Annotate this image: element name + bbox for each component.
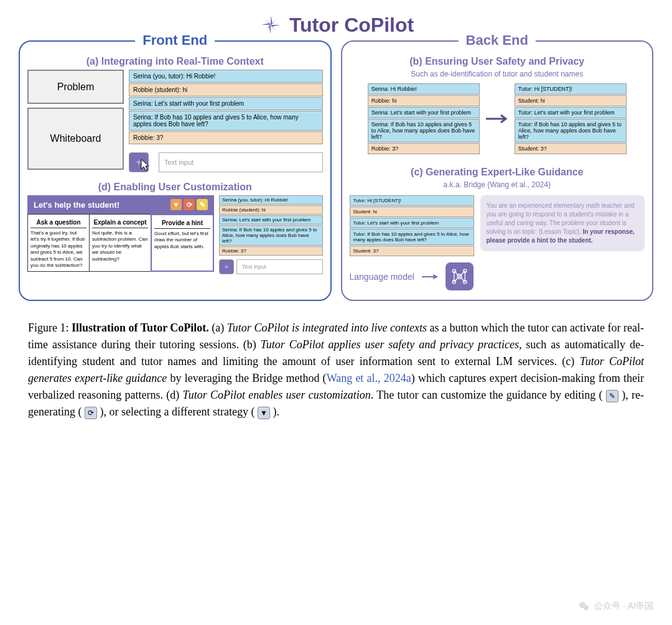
panel-c: Tutor: Hi [STUDENT]! Student: hi Tutor: …: [350, 195, 645, 290]
chat-c: Tutor: Hi [STUDENT]! Student: hi Tutor: …: [350, 195, 474, 256]
title-text: Tutor CoPilot: [289, 14, 414, 37]
chat-msg: Serina: Let's start with your first prob…: [219, 215, 323, 225]
chat-msg: Tutor: Hi [STUDENT]!: [515, 83, 627, 95]
back-end-label: Back End: [459, 32, 536, 49]
chat-msg: Serina: Hi Robbie!: [368, 83, 480, 95]
back-end-section: Back End (b) Ensuring User Safety and Pr…: [341, 40, 654, 301]
helper-col-text: Good effort, but let's first draw the nu…: [154, 231, 210, 250]
chat-deidentified: Tutor: Hi [STUDENT]! Student: hi Tutor: …: [515, 83, 627, 154]
dropdown-icon[interactable]: ▼: [170, 199, 182, 210]
copilot-swirl-icon: [222, 262, 231, 271]
text-input[interactable]: Text input: [159, 152, 323, 172]
helper-header: Let's help the student! ▼ ⟳ ✎: [27, 195, 214, 214]
panel-b: Serina: Hi Robbie! Robbie: hi Serina: Le…: [350, 83, 645, 154]
citation-link[interactable]: Wang et al., 2024a: [327, 372, 411, 384]
chat-msg: Serina (you, tutor): Hi Robbie!: [129, 70, 323, 83]
chat-msg: Student: 3?: [350, 246, 474, 256]
chat-msg: Serina: If Bob has 10 apples and gives 5…: [129, 111, 323, 131]
language-model-icon: [446, 262, 474, 290]
chat-msg: Tutor: If Bob has 10 apples and gives 5 …: [515, 119, 627, 142]
cursor-icon: [139, 158, 156, 175]
arrow-right-icon: [485, 113, 510, 125]
panel-d: Let's help the student! ▼ ⟳ ✎ Ask a ques…: [27, 195, 214, 274]
dropdown-inline-icon: ▼: [258, 407, 270, 419]
helper-col-ask[interactable]: Ask a question That's a good try, but le…: [28, 215, 90, 271]
edit-inline-icon: ✎: [606, 390, 618, 402]
helper-body: Ask a question That's a good try, but le…: [27, 214, 214, 272]
chat-msg: Student: hi: [350, 206, 474, 217]
front-end-label: Front End: [135, 32, 215, 49]
text-input-small[interactable]: Text input: [236, 259, 323, 274]
problem-box: Problem: [27, 70, 124, 104]
chat-msg: Tutor: Let's start with your first probl…: [515, 107, 627, 118]
main-title: Tutor CoPilot: [19, 12, 653, 37]
fig-title: Illustration of Tutor CoPilot.: [72, 322, 209, 334]
fig-label: Figure 1:: [28, 322, 72, 334]
regenerate-icon[interactable]: ⟳: [184, 199, 195, 210]
helper-col-explain[interactable]: Explain a concept Not quite, this is a s…: [90, 215, 151, 271]
helper-col-title: Explain a concept: [92, 217, 148, 228]
chat-msg: Robbie (student): hi: [219, 205, 323, 215]
chat-original: Serina: Hi Robbie! Robbie: hi Serina: Le…: [368, 83, 480, 154]
chat-msg: Tutor: Hi [STUDENT]!: [350, 195, 474, 206]
chat-msg: Serina (you, tutor): Hi Robbie!: [219, 195, 323, 205]
chat-msg: Tutor: Let's start with your first probl…: [350, 218, 474, 228]
chat-msg: Robbie: 3?: [219, 246, 323, 256]
chat-msg: Robbie: hi: [368, 95, 480, 106]
chat-msg: Serina: Let's start with your first prob…: [129, 97, 323, 110]
chat-msg: Serina: If Bob has 10 apples and gives 5…: [219, 225, 323, 246]
chat-msg: Student: hi: [515, 95, 627, 106]
language-model-label: Language model: [350, 272, 414, 282]
regenerate-inline-icon: ⟳: [85, 407, 97, 419]
chat-msg: Serina: If Bob has 10 apples and gives 5…: [368, 119, 480, 142]
copilot-logo-icon: [258, 12, 283, 37]
arrow-small-icon: [421, 274, 439, 280]
helper-col-title: Ask a question: [30, 217, 86, 228]
section-d-title: (d) Enabling User Customization: [27, 182, 323, 193]
edit-icon[interactable]: ✎: [197, 199, 208, 210]
chat-panel-a: Serina (you, tutor): Hi Robbie! Robbie (…: [129, 70, 323, 175]
front-end-section: Front End (a) Integrating into Real-Time…: [19, 40, 332, 301]
figure-caption: Figure 1: Illustration of Tutor CoPilot.…: [19, 320, 653, 420]
chat-msg: Serina: Let's start with your first prob…: [368, 107, 480, 118]
helper-col-text: Not quite, this is a subtraction problem…: [92, 230, 148, 262]
section-a-title: (a) Integrating into Real-Time Context: [27, 56, 323, 67]
section-b-title: (b) Ensuring User Safety and Privacy: [350, 56, 645, 67]
section-c-title: (c) Generating Expert-Like Guidance: [350, 167, 645, 178]
section-b-subtitle: Such as de-identification of tutor and s…: [350, 70, 645, 78]
chat-msg: Tutor: If Bob has 10 apples and gives 5 …: [350, 229, 474, 245]
copilot-button-small[interactable]: [219, 259, 234, 274]
helper-col-title: Provide a hint: [154, 218, 210, 229]
panel-a: Problem Whiteboard Serina (you, tutor): …: [27, 70, 323, 175]
section-c-subtitle: a.k.a. Bridge (Wang et al., 2024): [350, 180, 645, 189]
mini-chat-d: Serina (you, tutor): Hi Robbie! Robbie (…: [219, 195, 323, 256]
helper-header-text: Let's help the student!: [34, 200, 119, 210]
whiteboard-box: Whiteboard: [27, 108, 124, 170]
helper-col-text: That's a good try, but let's try it toge…: [30, 230, 86, 269]
helper-col-hint[interactable]: Provide a hint Good effort, but let's fi…: [151, 214, 214, 272]
chat-msg: Student: 3?: [515, 143, 627, 154]
prompt-box: You are an experienced elementary math t…: [480, 195, 645, 251]
chat-msg: Robbie (student): hi: [129, 83, 323, 96]
chat-msg: Robbie: 3?: [129, 131, 323, 144]
chat-msg: Robbie: 3?: [368, 143, 480, 154]
